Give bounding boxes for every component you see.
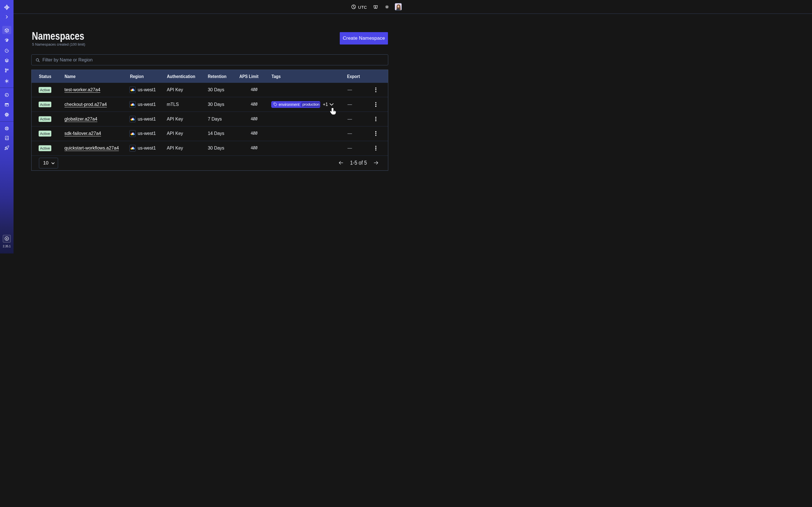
svg-text:$: $ <box>6 237 8 240</box>
